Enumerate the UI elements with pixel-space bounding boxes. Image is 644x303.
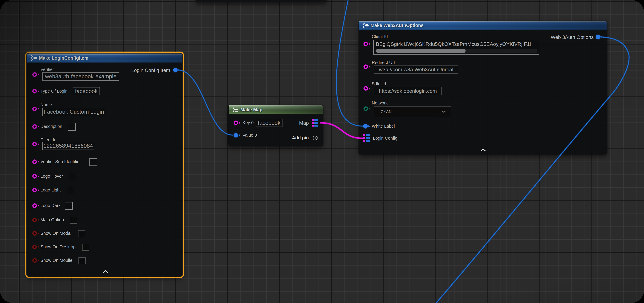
add-pin-icon[interactable] [313,136,318,140]
pin-verifier[interactable] [32,72,39,77]
pin-wing-icon [38,189,39,191]
client-id-value-field[interactable]: 1222658941886084 [42,142,94,150]
make-struct-icon [31,55,38,61]
string-pin-icon [32,160,37,164]
show-on-mobile-checkbox[interactable] [78,257,86,264]
pin-redirect-url[interactable] [364,64,370,69]
bool-pin-icon [32,218,37,222]
make-struct-icon [363,22,369,28]
map-pin-output-icon[interactable] [312,119,318,126]
pin-value-0[interactable] [234,133,240,138]
pin-label-verifier-sub-identifier: Verifier Sub Identifier [40,159,81,164]
pin-wing-icon [38,143,39,145]
node-make-map[interactable]: Make Map Key 0 facebook Map Value 0 Add … [228,105,323,146]
node-make-web3authoptions[interactable]: Make Web3AuthOptions Client Id BEglQSgt4… [359,21,607,154]
pin-logo-hover[interactable] [32,174,39,178]
node-title: Make Map [240,105,262,114]
pin-label-logo-light: Logo Light [40,188,61,192]
collapse-node-chevron-icon[interactable] [480,148,486,152]
pin-wing-icon [239,122,240,124]
network-dropdown[interactable]: CYAN [374,106,452,117]
show-on-modal-checkbox[interactable] [78,230,85,237]
add-pin-label[interactable]: Add pin [292,135,309,140]
pin-wing-icon [38,90,39,92]
pin-verifier-sub-identifier[interactable] [32,160,39,164]
login-config-map-pin-icon[interactable] [363,134,370,142]
type-of-login-value-field[interactable]: facebook [73,87,100,95]
client-id-scrollbar-thumb[interactable] [376,49,466,53]
pin-logo-dark[interactable] [32,203,39,208]
pin-wing-icon [601,36,603,38]
bool-pin-icon [32,258,37,263]
struct-pin-icon [596,35,600,39]
pin-label-description: Description [40,124,62,129]
pin-show-on-modal[interactable] [32,231,39,236]
name-value-field[interactable]: Facebook Custom Login [42,108,105,116]
map-key-cell [363,140,365,142]
pin-logo-light[interactable] [32,188,39,192]
partial-node-top[interactable] [196,0,326,2]
show-on-desktop-checkbox[interactable] [82,244,89,251]
pin-sdk-url[interactable] [364,86,370,91]
blueprint-graph-canvas[interactable]: Make LoginConfigItem Verifier web3auth-f… [0,0,644,303]
main-option-checkbox[interactable] [70,216,77,224]
enum-pin-icon [364,106,368,111]
dropdown-chevron-icon [442,110,446,113]
pin-label-show-on-mobile: Show On Mobile [40,258,72,263]
struct-pin-icon [173,68,178,72]
network-dropdown-value: CYAN [381,110,442,114]
map-value-cell [314,122,318,124]
pin-wing-icon [38,246,39,248]
pin-network[interactable] [364,106,370,111]
pin-main-option[interactable] [32,218,39,222]
pin-label-network: Network [372,100,388,106]
pin-name[interactable] [32,106,39,111]
pin-label-show-on-modal: Show On Modal [40,231,72,236]
pin-client-id[interactable] [32,142,39,146]
logo-dark-value-field[interactable] [65,202,72,210]
map-key-cell [312,119,314,121]
logo-hover-value-field[interactable] [69,173,76,180]
pin-wing-icon [38,219,39,221]
string-pin-icon [364,42,368,46]
string-pin-icon [32,89,37,94]
logo-light-value-field[interactable] [67,187,74,194]
pin-wing-icon [369,87,370,90]
string-pin-icon [32,106,37,111]
node-make-loginconfigitem[interactable]: Make LoginConfigItem Verifier web3auth-f… [27,53,182,276]
pin-show-on-mobile[interactable] [32,258,39,263]
pin-label-logo-hover: Logo Hover [40,174,63,179]
bool-pin-icon [32,245,37,249]
pin-key-0[interactable] [234,120,240,125]
pin-client-id[interactable] [364,42,370,46]
redirect-url-value-field[interactable]: w3a://com.w3a.Web3AuthUnreal [374,66,458,74]
client-id-value-field[interactable]: BEglQSgt4cUWcj6SKRdu5QkOXTsePmMcusG5EAoy… [374,40,539,54]
key-0-value-field[interactable]: facebook [256,119,282,127]
pin-label-redirect-url: Redirect Url [372,60,395,65]
node-title: Make LoginConfigItem [39,54,88,62]
pin-label-verifier: Verifier [40,67,54,72]
verifier-value-field[interactable]: web3auth-facebook-example [42,72,119,80]
pin-label-show-on-desktop: Show On Desktop [40,244,76,249]
verifier-sub-identifier-value-field[interactable] [90,158,97,166]
pin-wing-icon [38,232,39,234]
map-value-cell [366,137,370,139]
client-id-scrollbar-track[interactable] [375,49,538,53]
struct-pin-icon [363,124,368,128]
string-pin-icon [32,142,37,146]
sdk-url-value-field[interactable]: https://sdk.openlogin.com [374,87,442,95]
pin-type-of-login[interactable] [32,89,39,94]
pin-login-config-item-output[interactable] [173,68,180,72]
description-value-field[interactable] [68,123,76,130]
pin-web3auth-options-output[interactable] [596,35,603,39]
pin-show-on-desktop[interactable] [32,245,39,249]
pin-wing-icon [38,125,39,128]
pin-wing-icon [368,125,370,128]
pin-wing-icon [369,108,370,110]
pin-white-label[interactable] [363,124,370,128]
pin-label-sdk-url: Sdk Url [372,81,386,86]
collapse-node-chevron-icon[interactable] [103,270,108,273]
pin-description[interactable] [32,124,39,129]
pin-label-web3auth-options: Web 3Auth Options [551,34,594,40]
pin-label-key-0: Key 0 [242,120,254,125]
